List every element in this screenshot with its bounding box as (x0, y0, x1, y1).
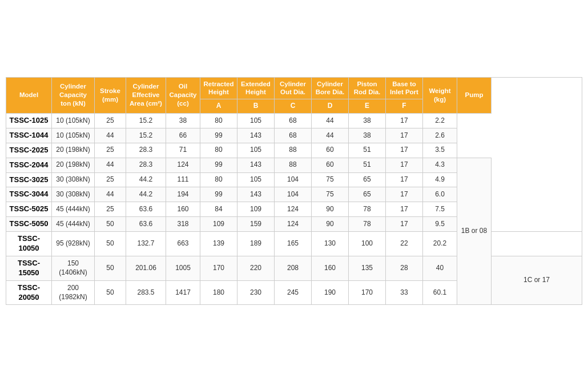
cell-stroke: 44 (95, 128, 126, 143)
cell-e: 65 (349, 172, 386, 187)
cell-c: 165 (275, 232, 312, 256)
cell-d: 90 (312, 202, 349, 217)
cell-capacity: 10 (105kN) (52, 128, 95, 143)
cell-weight: 40 (423, 256, 457, 280)
cell-e: 135 (349, 256, 386, 280)
cell-b: 105 (237, 114, 275, 128)
cell-e: 78 (349, 202, 386, 217)
header-sub-d: D (312, 99, 349, 114)
cell-c: 88 (275, 158, 312, 172)
cell-area: 63.6 (126, 202, 166, 217)
cell-model: TSSC-1044 (6, 128, 52, 143)
header-stroke: Stroke (mm) (95, 77, 126, 113)
cell-e: 78 (349, 217, 386, 232)
cell-weight: 4.3 (423, 158, 457, 172)
cell-model: TSSC-3025 (6, 172, 52, 187)
cell-b: 143 (237, 187, 275, 202)
cell-d: 90 (312, 217, 349, 232)
header-base-to-inlet-port: Base to Inlet Port (386, 77, 423, 99)
table-row: TSSC-202520 (198kN)2528.3718010588605117… (6, 143, 582, 158)
cell-c: 124 (275, 217, 312, 232)
cell-f: 17 (386, 202, 423, 217)
cell-area: 28.3 (126, 158, 166, 172)
cell-area: 44.2 (126, 172, 166, 187)
header-cylinder-capacity: Cylinder Capacity ton (kN) (52, 77, 95, 113)
cell-f: 17 (386, 114, 423, 128)
cell-oil: 38 (166, 114, 200, 128)
table-row: TSSC-302530 (308kN)2544.2111801051047565… (6, 172, 582, 187)
cell-b: 189 (237, 232, 275, 256)
header-sub-e: E (349, 99, 386, 114)
spec-table-wrapper: Model Cylinder Capacity ton (kN) Stroke … (6, 77, 582, 305)
cell-oil: 1005 (166, 256, 200, 280)
cell-area: 15.2 (126, 128, 166, 143)
cell-area: 63.6 (126, 217, 166, 232)
cell-d: 44 (312, 128, 349, 143)
cell-a: 80 (200, 172, 237, 187)
cell-capacity: 30 (308kN) (52, 187, 95, 202)
header-model: Model (6, 77, 52, 113)
cell-b: 230 (237, 280, 275, 305)
cell-area: 201.06 (126, 256, 166, 280)
cell-d: 130 (312, 232, 349, 256)
cell-capacity: 200 (1982kN) (52, 280, 95, 305)
cell-f: 17 (386, 128, 423, 143)
cell-a: 84 (200, 202, 237, 217)
cell-c: 208 (275, 256, 312, 280)
cell-f: 17 (386, 172, 423, 187)
cell-c: 68 (275, 128, 312, 143)
cell-d: 60 (312, 143, 349, 158)
table-row: TSSC-502545 (444kN)2563.6160841091249078… (6, 202, 582, 217)
cell-b: 220 (237, 256, 275, 280)
header-cylinder-out-dia: Cylinder Out Dia. (275, 77, 312, 99)
cell-area: 28.3 (126, 143, 166, 158)
cell-f: 28 (386, 256, 423, 280)
cell-a: 99 (200, 187, 237, 202)
cell-model: TSSC-10050 (6, 232, 52, 256)
cell-e: 38 (349, 114, 386, 128)
cell-stroke: 50 (95, 232, 126, 256)
cell-capacity: 30 (308kN) (52, 172, 95, 187)
cell-a: 139 (200, 232, 237, 256)
cell-oil: 663 (166, 232, 200, 256)
cell-oil: 71 (166, 143, 200, 158)
header-weight: Weight (kg) (423, 77, 457, 113)
cell-e: 170 (349, 280, 386, 305)
cell-area: 132.7 (126, 232, 166, 256)
cell-d: 190 (312, 280, 349, 305)
cell-capacity: 150 (1406kN) (52, 256, 95, 280)
cell-f: 17 (386, 143, 423, 158)
cell-weight: 4.9 (423, 172, 457, 187)
cell-e: 51 (349, 143, 386, 158)
cell-stroke: 25 (95, 114, 126, 128)
cell-stroke: 50 (95, 256, 126, 280)
cell-f: 17 (386, 158, 423, 172)
cell-c: 245 (275, 280, 312, 305)
cell-model: TSSC-20050 (6, 280, 52, 305)
header-cylinder-bore-dia: Cylinder Bore Dia. (312, 77, 349, 99)
cell-c: 124 (275, 202, 312, 217)
cell-stroke: 50 (95, 217, 126, 232)
cell-oil: 160 (166, 202, 200, 217)
cell-oil: 1417 (166, 280, 200, 305)
cell-oil: 124 (166, 158, 200, 172)
cell-f: 17 (386, 217, 423, 232)
cell-capacity: 20 (198kN) (52, 158, 95, 172)
spec-table: Model Cylinder Capacity ton (kN) Stroke … (6, 77, 582, 305)
cell-c: 104 (275, 172, 312, 187)
cell-weight: 6.0 (423, 187, 457, 202)
cell-c: 104 (275, 187, 312, 202)
cell-f: 17 (386, 187, 423, 202)
cell-b: 105 (237, 143, 275, 158)
cell-pump (492, 232, 582, 256)
cell-f: 33 (386, 280, 423, 305)
header-sub-c: C (275, 99, 312, 114)
cell-d: 75 (312, 187, 349, 202)
cell-weight: 2.2 (423, 114, 457, 128)
header-oil-capacity: Oil Capacity (cc) (166, 77, 200, 113)
cell-b: 105 (237, 172, 275, 187)
cell-model: TSSC-3044 (6, 187, 52, 202)
cell-a: 80 (200, 143, 237, 158)
cell-e: 65 (349, 187, 386, 202)
table-row: TSSC-15050150 (1406kN)50201.061005170220… (6, 256, 582, 280)
